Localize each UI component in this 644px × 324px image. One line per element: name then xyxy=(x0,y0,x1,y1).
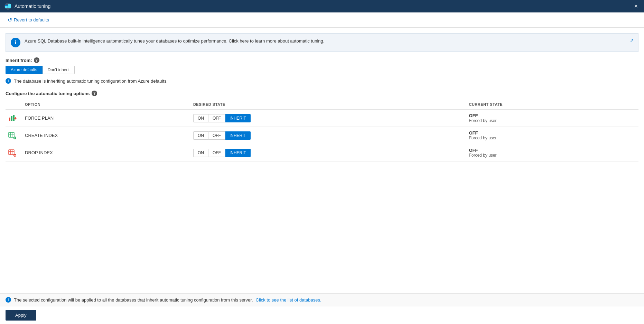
title-bar-left: Automatic tuning xyxy=(4,2,50,10)
svg-rect-15 xyxy=(9,150,14,155)
options-table: OPTION DESIRED STATE CURRENT STATE FORCE… xyxy=(6,100,638,161)
external-link-icon[interactable]: ↗ xyxy=(630,38,634,43)
revert-defaults-button[interactable]: ↺ Revert to defaults xyxy=(6,15,51,25)
option-name: FORCE PLAN xyxy=(25,115,54,121)
row-icon-cell xyxy=(6,144,22,161)
info-icon: i xyxy=(11,38,20,47)
option-name: DROP INDEX xyxy=(25,150,53,155)
revert-icon: ↺ xyxy=(8,17,12,23)
svg-rect-4 xyxy=(9,118,10,121)
inherit-info: i The database is inheriting automatic t… xyxy=(6,78,638,84)
info-banner-text[interactable]: Azure SQL Database built-in intelligence… xyxy=(25,38,633,45)
off-button[interactable]: OFF xyxy=(208,131,225,140)
svg-rect-2 xyxy=(8,4,11,8)
col-current-state: CURRENT STATE xyxy=(466,100,638,110)
dont-inherit-button[interactable]: Don't inherit xyxy=(43,66,75,74)
current-state-cell: OFF Forced by user xyxy=(466,110,638,127)
table-header: OPTION DESIRED STATE CURRENT STATE xyxy=(6,100,638,110)
option-name-cell: FORCE PLAN xyxy=(22,110,190,127)
option-name: CREATE INDEX xyxy=(25,133,58,138)
option-icon xyxy=(8,114,17,122)
current-state-value: OFF xyxy=(469,113,636,118)
svg-rect-3 xyxy=(5,5,8,6)
desired-state-cell: ON OFF INHERIT xyxy=(190,127,466,144)
close-button[interactable]: × xyxy=(632,2,640,11)
current-state-sub: Forced by user xyxy=(469,136,636,140)
row-icon-cell xyxy=(6,110,22,127)
title-bar: Automatic tuning × xyxy=(0,0,644,12)
table-row: FORCE PLAN ON OFF INHERIT OFF Forced by … xyxy=(6,110,638,127)
option-name-cell: DROP INDEX xyxy=(22,144,190,161)
current-state: OFF Forced by user xyxy=(469,130,636,140)
inherit-info-text: The database is inheriting automatic tun… xyxy=(14,78,168,84)
configure-label: Configure the automatic tuning options ? xyxy=(6,91,638,96)
desired-state-cell: ON OFF INHERIT xyxy=(190,110,466,127)
off-button[interactable]: OFF xyxy=(208,149,225,157)
window-title: Automatic tuning xyxy=(15,3,50,9)
current-state-cell: OFF Forced by user xyxy=(466,144,638,161)
state-group: ON OFF INHERIT xyxy=(193,149,464,157)
table-row: CREATE INDEX ON OFF INHERIT OFF Forced b… xyxy=(6,127,638,144)
on-button[interactable]: ON xyxy=(193,149,208,157)
svg-rect-8 xyxy=(9,132,14,137)
revert-label: Revert to defaults xyxy=(14,17,49,22)
current-state: OFF Forced by user xyxy=(469,113,636,123)
col-desired-state: DESIRED STATE xyxy=(190,100,466,110)
col-icon xyxy=(6,100,22,110)
inherit-info-icon: i xyxy=(6,78,11,84)
col-option: OPTION xyxy=(22,100,190,110)
state-group: ON OFF INHERIT xyxy=(193,114,464,122)
on-button[interactable]: ON xyxy=(193,114,208,122)
inherit-from-label: Inherit from: ? xyxy=(6,57,638,63)
current-state-sub: Forced by user xyxy=(469,153,636,158)
configure-help-icon[interactable]: ? xyxy=(92,91,97,96)
toolbar: ↺ Revert to defaults xyxy=(0,12,644,28)
option-name-cell: CREATE INDEX xyxy=(22,127,190,144)
inherit-button[interactable]: INHERIT xyxy=(225,114,251,122)
svg-rect-5 xyxy=(11,116,12,121)
current-state-cell: OFF Forced by user xyxy=(466,127,638,144)
options-table-body: FORCE PLAN ON OFF INHERIT OFF Forced by … xyxy=(6,110,638,161)
on-button[interactable]: ON xyxy=(193,131,208,140)
main-content: Inherit from: ? Azure defaults Don't inh… xyxy=(0,57,644,161)
option-icon xyxy=(8,149,17,157)
inherit-toggle-group: Azure defaults Don't inherit xyxy=(6,66,638,74)
current-state-value: OFF xyxy=(469,130,636,136)
off-button[interactable]: OFF xyxy=(208,114,225,122)
azure-defaults-button[interactable]: Azure defaults xyxy=(6,66,43,74)
inherit-button[interactable]: INHERIT xyxy=(225,131,251,140)
inherit-help-icon[interactable]: ? xyxy=(34,57,39,63)
desired-state-cell: ON OFF INHERIT xyxy=(190,144,466,161)
current-state: OFF Forced by user xyxy=(469,148,636,158)
info-banner: i Azure SQL Database built-in intelligen… xyxy=(6,33,638,52)
current-state-value: OFF xyxy=(469,148,636,153)
state-group: ON OFF INHERIT xyxy=(193,131,464,140)
table-row: DROP INDEX ON OFF INHERIT OFF Forced by … xyxy=(6,144,638,161)
option-icon xyxy=(8,131,17,140)
current-state-sub: Forced by user xyxy=(469,118,636,123)
row-icon-cell xyxy=(6,127,22,144)
app-icon xyxy=(4,2,12,10)
inherit-button[interactable]: INHERIT xyxy=(225,149,251,157)
